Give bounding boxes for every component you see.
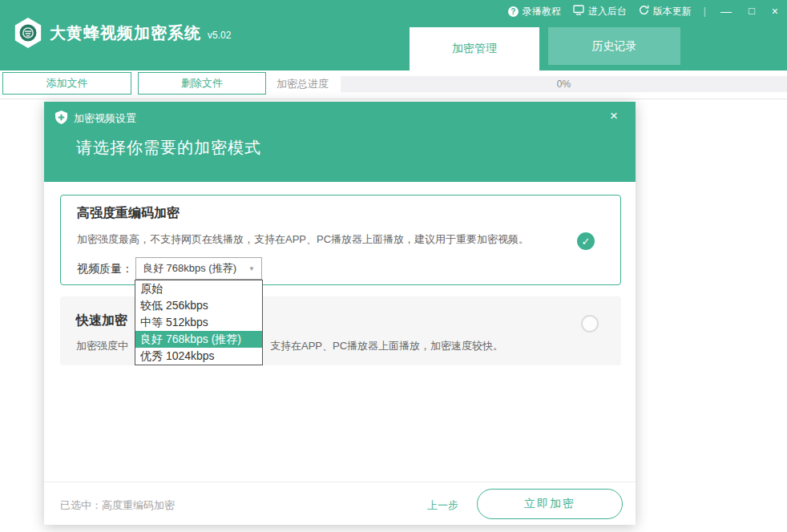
- delete-file-button[interactable]: 删除文件: [138, 72, 266, 95]
- minimize-button[interactable]: —: [718, 3, 734, 19]
- dropdown-option-original[interactable]: 原始: [135, 280, 262, 297]
- backend-label: 进入后台: [588, 5, 627, 18]
- update-link[interactable]: 版本更新: [639, 5, 692, 18]
- tutorial-link[interactable]: ? 录播教程: [508, 5, 561, 18]
- refresh-icon: [639, 5, 649, 18]
- app-logo-icon: [13, 17, 43, 49]
- app-title: 大黄蜂视频加密系统v5.02: [50, 22, 231, 44]
- total-progress-bar: 0%: [341, 76, 787, 92]
- selected-mode-status: 已选中：高度重编码加密: [60, 498, 175, 513]
- app-window: 大黄蜂视频加密系统v5.02 ? 录播教程 进入后台 版本更新 | — □: [0, 0, 787, 532]
- option-card-strong-encrypt[interactable]: 高强度重编码加密 加密强度最高，不支持网页在线播放，支持在APP、PC播放器上面…: [60, 195, 621, 285]
- help-icon: ?: [508, 6, 519, 17]
- tutorial-label: 录播教程: [523, 5, 561, 18]
- chevron-down-icon: ▼: [248, 265, 255, 272]
- titlebar-links: ? 录播教程 进入后台 版本更新 | — □ ×: [508, 3, 781, 19]
- dialog-header: 加密视频设置 × 请选择你需要的加密模式: [44, 102, 636, 182]
- fast-encrypt-desc-right: 支持在APP、PC播放器上面播放，加密速度较快。: [270, 339, 503, 353]
- video-quality-label: 视频质量：: [77, 257, 133, 280]
- strong-encrypt-title: 高强度重编码加密: [77, 205, 180, 222]
- strong-encrypt-desc: 加密强度最高，不支持网页在线播放，支持在APP、PC播放器上面播放，建议用于重要…: [77, 232, 529, 247]
- dropdown-option-medium[interactable]: 中等 512kbps: [135, 314, 262, 331]
- check-glyph: ✓: [582, 236, 591, 248]
- encrypt-settings-dialog: 加密视频设置 × 请选择你需要的加密模式 高强度重编码加密 加密强度最高，不支持…: [44, 102, 636, 525]
- fast-encrypt-desc-left: 加密强度中: [76, 339, 128, 353]
- close-button[interactable]: ×: [769, 3, 781, 19]
- progress-label: 加密总进度: [276, 71, 329, 97]
- shield-plus-icon: [55, 111, 67, 127]
- titlebar: 大黄蜂视频加密系统v5.02 ? 录播教程 进入后台 版本更新 | — □: [0, 0, 787, 71]
- strong-encrypt-selected-check-icon[interactable]: ✓: [577, 232, 595, 250]
- monitor-icon: [573, 5, 584, 18]
- progress-value: 0%: [557, 79, 571, 90]
- update-label: 版本更新: [653, 5, 692, 18]
- add-file-button[interactable]: 添加文件: [2, 72, 131, 95]
- backend-link[interactable]: 进入后台: [573, 5, 627, 18]
- app-title-text: 大黄蜂视频加密系统: [50, 24, 201, 42]
- video-quality-select[interactable]: 良好 768kbps (推荐) ▼: [135, 257, 262, 280]
- back-step-link[interactable]: 上一步: [427, 498, 458, 513]
- fast-encrypt-title: 快速加密: [76, 312, 127, 329]
- fast-encrypt-radio[interactable]: [581, 315, 599, 332]
- mode-select-heading: 请选择你需要的加密模式: [76, 137, 261, 159]
- toolbar: 添加文件 删除文件 加密总进度 0%: [0, 71, 787, 99]
- dropdown-option-good-selected[interactable]: 良好 768kbps (推荐): [135, 331, 262, 348]
- tab-encrypt-management[interactable]: 加密管理: [410, 27, 539, 71]
- dropdown-option-excellent[interactable]: 优秀 1024kbps: [135, 348, 262, 365]
- dropdown-option-low[interactable]: 较低 256kbps: [135, 297, 262, 314]
- tab-history[interactable]: 历史记录: [548, 27, 680, 65]
- dialog-header-row: 加密视频设置: [55, 111, 136, 127]
- app-version: v5.02: [208, 30, 231, 41]
- dialog-title: 加密视频设置: [74, 111, 136, 126]
- footer-divider: [44, 482, 636, 482]
- encrypt-now-button[interactable]: 立即加密: [477, 489, 623, 519]
- video-quality-value: 良好 768kbps (推荐): [143, 261, 236, 276]
- dialog-close-icon[interactable]: ×: [610, 108, 618, 124]
- video-quality-dropdown-list: 原始 较低 256kbps 中等 512kbps 良好 768kbps (推荐)…: [135, 280, 263, 365]
- maximize-button[interactable]: □: [746, 3, 757, 19]
- window-controls-separator: |: [704, 6, 706, 17]
